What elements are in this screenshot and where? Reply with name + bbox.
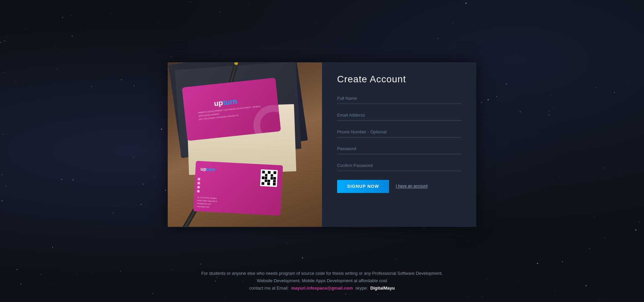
phone-input[interactable] (337, 127, 461, 137)
form-title: Create Account (337, 74, 461, 85)
footer-skype-prefix: skype: (355, 286, 368, 291)
business-card-bottom: upturn (193, 161, 283, 215)
confirm-password-input[interactable] (337, 160, 461, 171)
footer-line1: For students or anyone else who needs pr… (0, 270, 644, 277)
footer-skype: DigitalMayu (370, 286, 395, 291)
signup-button[interactable]: SIGNUP NOW (337, 180, 389, 193)
footer-line3: contact me at Email: mayuri.infospace@gm… (0, 285, 644, 292)
card-logo-bottom: upturn (200, 166, 215, 172)
qr-code (260, 169, 278, 187)
photo-background: upturn WEBSITE DEVELOPMENT / SOFTWARE DE… (168, 62, 322, 227)
password-input[interactable] (337, 143, 461, 154)
footer-contact-prefix: contact me at Email: (249, 286, 289, 291)
main-container: upturn WEBSITE DEVELOPMENT / SOFTWARE DE… (168, 62, 476, 227)
card-side-icons (197, 178, 200, 192)
image-panel: upturn WEBSITE DEVELOPMENT / SOFTWARE DE… (168, 62, 322, 227)
footer-email: mayuri.infospace@gmail.com (291, 286, 353, 291)
footer: For students or anyone else who needs pr… (0, 270, 644, 292)
confirm-password-field (337, 160, 461, 171)
card-contact-info: No. 8, 2nd Floor Jamlalba Street, Nagar … (197, 196, 218, 209)
card-logo-top: upturn (214, 97, 238, 108)
password-field (337, 143, 461, 154)
login-link[interactable]: I have an account (396, 184, 428, 188)
business-card-top: upturn WEBSITE DEVELOPMENT / SOFTWARE DE… (182, 78, 281, 141)
full-name-field (337, 93, 461, 104)
email-input[interactable] (337, 110, 461, 121)
full-name-input[interactable] (337, 93, 461, 104)
email-field (337, 110, 461, 121)
form-actions: SIGNUP NOW I have an account (337, 180, 461, 193)
footer-line2: Website Development, Mobile Apps Develop… (0, 277, 644, 285)
phone-field (337, 127, 461, 137)
form-panel: Create Account SIGNUP NOW I have an acco… (322, 62, 476, 227)
